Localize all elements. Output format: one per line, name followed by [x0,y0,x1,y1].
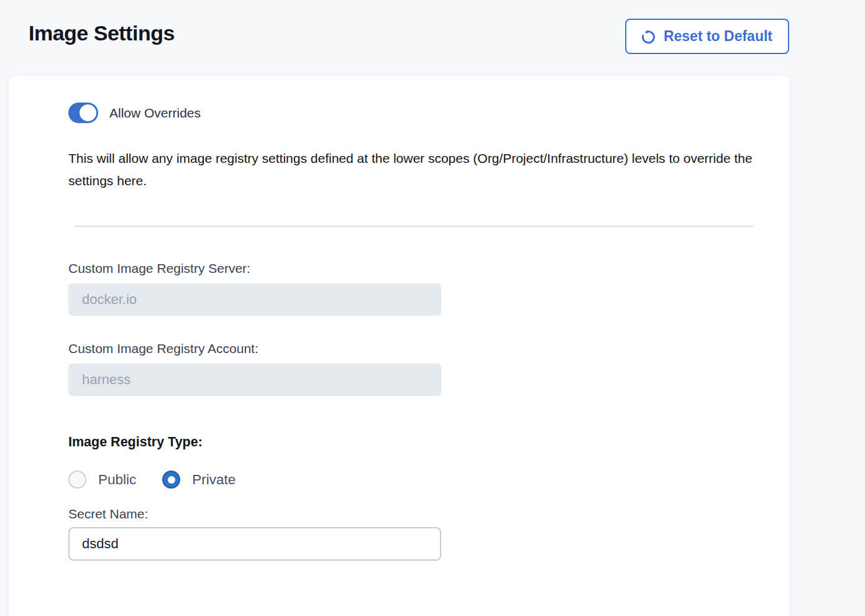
toggle-knob [80,104,96,121]
allow-overrides-label: Allow Overrides [109,106,201,121]
rotate-ccw-icon [640,28,657,45]
account-field-label: Custom Image Registry Account: [68,341,789,356]
reset-button-label: Reset to Default [664,28,772,45]
image-settings-card: Allow Overrides This will allow any imag… [9,76,789,616]
radio-private-label: Private [192,472,236,488]
secret-name-label: Secret Name: [68,507,789,522]
registry-type-label: Image Registry Type: [68,434,789,450]
server-input [68,283,441,316]
radio-public-label: Public [98,472,136,488]
page-title: Image Settings [29,21,175,45]
radio-option-public[interactable]: Public [68,471,136,489]
radio-public-circle [68,471,86,489]
secret-name-input[interactable] [68,527,441,561]
allow-overrides-toggle[interactable] [68,103,98,123]
reset-to-default-button[interactable]: Reset to Default [625,19,789,54]
account-input [68,364,441,396]
overrides-description: This will allow any image registry setti… [68,147,759,192]
server-field-label: Custom Image Registry Server: [68,261,789,276]
radio-private-circle [162,471,180,489]
registry-type-options: Public Private [68,471,789,489]
allow-overrides-row: Allow Overrides [68,103,789,123]
radio-option-private[interactable]: Private [162,471,236,489]
section-divider [75,226,753,227]
